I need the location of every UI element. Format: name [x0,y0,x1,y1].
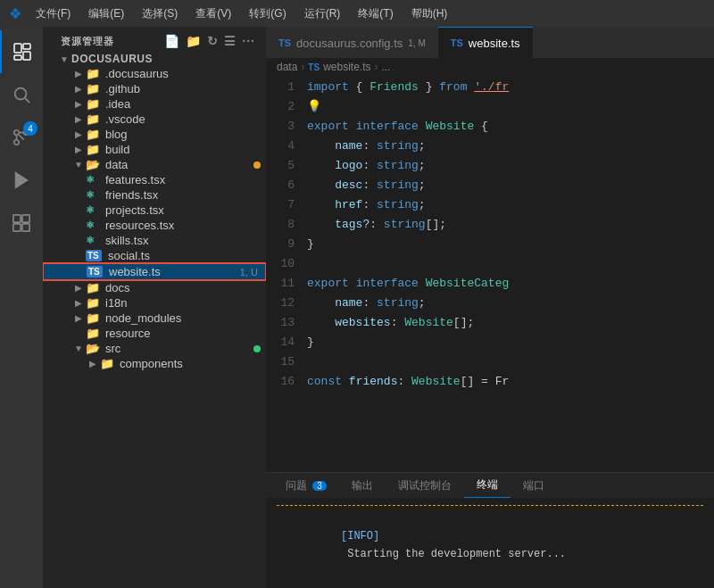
sidebar-item-github[interactable]: ▶ 📁 .github [43,81,266,96]
code-line-9: } [307,235,714,254]
sidebar-item-components[interactable]: ▶ 📁 components [43,356,266,371]
editor-content: 1234 5678 9101112 13141516 import { Frie… [266,76,714,472]
code-line-15 [307,352,714,372]
sidebar-item-docusaurus[interactable]: ▶ 📁 .docusaurus [43,66,266,81]
tree-root[interactable]: ▼ DOCUSAURUS [43,52,266,66]
docusaurus-arrow: ▶ [71,69,86,79]
source-control-badge: 4 [23,121,37,136]
breadcrumb-part3: ... [382,61,391,73]
terminal-line-info: [INFO] Starting the development server..… [277,509,703,581]
sidebar-header: 资源管理器 📄 📁 ↻ ☰ ··· [43,27,266,52]
tab-website[interactable]: TS website.ts [438,27,533,58]
sidebar-item-friends[interactable]: ⚛ friends.tsx [43,187,266,203]
node-modules-label: node_modules [105,311,266,325]
i18n-label: i18n [105,296,266,310]
titlebar-menu-item[interactable]: 终端(T) [351,4,400,23]
panel-tab-ports[interactable]: 端口 [511,473,557,498]
data-label: data [105,158,253,171]
folder-icon: 📁 [86,67,102,80]
ts-icon: TS [86,250,102,261]
titlebar-menu-item[interactable]: 运行(R) [297,4,348,23]
titlebar-menu-item[interactable]: 编辑(E) [81,4,131,23]
search-activity-icon[interactable] [0,73,43,116]
svg-point-4 [15,88,27,100]
activity-bar: 4 [0,27,43,588]
sidebar-item-website[interactable]: TS website.ts 1, U [43,263,266,280]
code-line-11: export interface WebsiteCateg [307,274,714,294]
panel-tab-debug[interactable]: 调试控制台 [386,473,464,498]
svg-line-11 [19,135,24,140]
docusaurus-label: .docusaurus [105,67,266,80]
terminal-line-warn: [WARNING] Error: Failed to retrieve th [277,581,703,588]
titlebar-menu-item[interactable]: 转到(G) [242,4,293,23]
root-arrow: ▼ [57,54,71,64]
tsx-icon: ⚛ [86,189,102,201]
sidebar-item-blog[interactable]: ▶ 📁 blog [43,127,266,142]
code-line-2: 💡 [307,97,714,117]
sidebar-item-projects[interactable]: ⚛ projects.tsx [43,203,266,218]
code-line-13: websites: Website[]; [307,313,714,333]
output-label: 输出 [352,478,373,493]
more-icon[interactable]: ··· [242,34,255,48]
folder-icon: 📁 [86,97,102,111]
panel-tabs: 问题 3 输出 调试控制台 终端 端口 [266,473,714,498]
extensions-icon[interactable] [0,202,43,244]
titlebar-menu-item[interactable]: 帮助(H) [404,4,455,23]
new-file-icon[interactable]: 📄 [164,34,180,48]
tabs-bar: TS docusaurus.config.ts 1, M TS website.… [266,27,714,58]
sidebar-item-resources[interactable]: ⚛ resources.tsx [43,218,266,233]
svg-line-5 [25,98,29,103]
tab-docusaurus-config[interactable]: TS docusaurus.config.ts 1, M [266,27,438,58]
titlebar-menu-item[interactable]: 选择(S) [135,4,185,23]
folder-open-icon: 📂 [86,158,102,171]
sidebar-item-idea[interactable]: ▶ 📁 .idea [43,96,266,112]
code-editor[interactable]: import { Friends } from './fr 💡 export i… [303,76,714,472]
sidebar-item-build[interactable]: ▶ 📁 build [43,142,266,157]
editor-area: TS docusaurus.config.ts 1, M TS website.… [266,27,714,588]
line-numbers: 1234 5678 9101112 13141516 [266,76,303,472]
sidebar-item-src[interactable]: ▼ 📂 src [43,341,266,356]
sidebar-tree: ▼ DOCUSAURUS ▶ 📁 .docusaurus ▶ 📁 .github… [43,52,266,588]
sidebar-item-docs[interactable]: ▶ 📁 docs [43,280,266,295]
sidebar-header-icons: 📄 📁 ↻ ☰ ··· [164,34,255,48]
sidebar-item-skills[interactable]: ⚛ skills.tsx [43,233,266,248]
sidebar-item-i18n[interactable]: ▶ 📁 i18n [43,295,266,311]
breadcrumb: data › TS website.ts › ... [266,58,714,76]
code-line-16: const friends: Website[] = Fr [307,372,714,392]
folder-icon: 📁 [86,281,102,294]
breadcrumb-sep1: › [301,61,304,73]
refresh-icon[interactable]: ↻ [207,34,219,48]
resource-label: resource [105,327,266,340]
node-modules-arrow: ▶ [71,313,86,323]
panel-tab-output[interactable]: 输出 [339,473,386,498]
folder-icon: 📁 [86,327,102,340]
sidebar-item-social[interactable]: TS social.ts [43,248,266,263]
explorer-icon[interactable] [0,30,43,73]
sidebar-item-vscode[interactable]: ▶ 📁 .vscode [43,112,266,127]
folder-icon: 📁 [86,311,102,325]
sidebar-item-features[interactable]: ⚛ features.tsx [43,172,266,187]
sidebar-item-resource[interactable]: ▶ 📁 resource [43,326,266,341]
folder-icon: 📁 [100,357,116,370]
tab-modified-badge: 1, M [408,38,425,48]
panel-tab-terminal[interactable]: 终端 [464,473,511,498]
sidebar-item-data[interactable]: ▼ 📂 data [43,157,266,172]
github-label: .github [105,82,266,95]
blog-arrow: ▶ [71,129,86,139]
root-label: DOCUSAURUS [71,53,266,65]
sidebar-item-node-modules[interactable]: ▶ 📁 node_modules [43,311,266,326]
run-icon[interactable] [0,159,43,202]
collapse-icon[interactable]: ☰ [224,34,237,48]
sidebar-title: 资源管理器 [61,35,114,48]
new-folder-icon[interactable]: 📁 [186,34,202,48]
panel-tab-problems[interactable]: 问题 3 [273,473,339,498]
src-arrow: ▼ [71,344,86,353]
source-control-icon[interactable]: 4 [0,116,43,159]
titlebar: ❖ 文件(F)编辑(E)选择(S)查看(V)转到(G)运行(R)终端(T)帮助(… [0,0,714,27]
titlebar-menu-item[interactable]: 查看(V) [188,4,238,23]
titlebar-menu-item[interactable]: 文件(F) [29,4,78,23]
tsx-icon: ⚛ [86,219,102,231]
code-line-1: import { Friends } from './fr [307,78,714,97]
website-status: 1, U [240,267,258,277]
code-line-8: tags?: string[]; [307,215,714,235]
